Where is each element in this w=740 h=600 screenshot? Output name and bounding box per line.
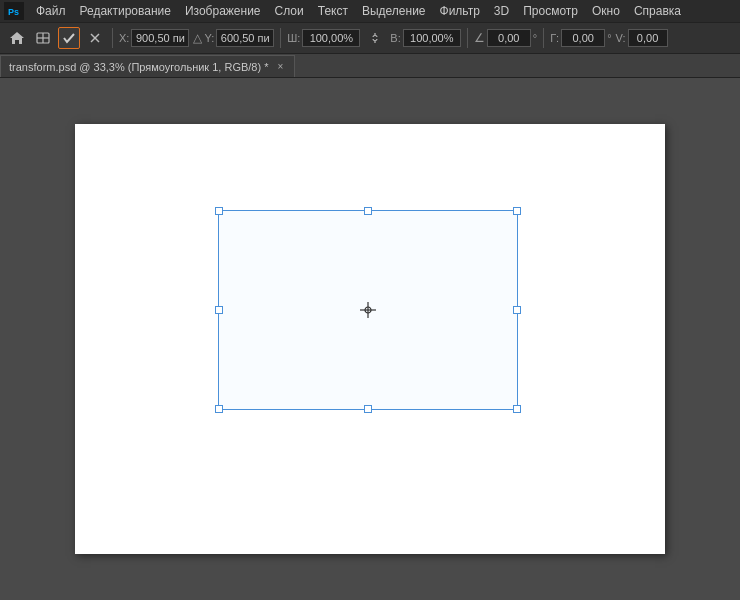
menu-edit[interactable]: Редактирование (74, 2, 177, 20)
svg-text:Ps: Ps (8, 7, 19, 17)
width-input[interactable] (302, 29, 360, 47)
menu-file[interactable]: Файл (30, 2, 72, 20)
h-label: В: (390, 32, 400, 44)
angle-icon: ∠ (474, 31, 485, 45)
transform-box[interactable] (218, 210, 518, 410)
menu-view[interactable]: Просмотр (517, 2, 584, 20)
separator-4 (543, 28, 544, 48)
separator-3 (467, 28, 468, 48)
menu-image[interactable]: Изображение (179, 2, 267, 20)
handle-top-left[interactable] (215, 207, 223, 215)
y-input[interactable] (216, 29, 274, 47)
handle-bottom-right[interactable] (513, 405, 521, 413)
reject-transform-button[interactable] (84, 27, 106, 49)
w-label: Ш: (287, 32, 300, 44)
handle-top-right[interactable] (513, 207, 521, 215)
handle-bottom-left[interactable] (215, 405, 223, 413)
document-canvas (75, 124, 665, 554)
separator-2 (280, 28, 281, 48)
menu-3d[interactable]: 3D (488, 2, 515, 20)
transform-options-icon[interactable] (32, 27, 54, 49)
angle-input[interactable] (487, 29, 531, 47)
height-field-group: В: (390, 29, 460, 47)
hskew-input[interactable] (561, 29, 605, 47)
handle-bottom-middle[interactable] (364, 405, 372, 413)
hskew-label: Г: (550, 32, 559, 44)
menu-layers[interactable]: Слои (269, 2, 310, 20)
tab-title: transform.psd @ 33,3% (Прямоугольник 1, … (9, 61, 268, 73)
menu-text[interactable]: Текст (312, 2, 354, 20)
width-field-group: Ш: (287, 29, 360, 47)
ps-logo: Ps (4, 2, 24, 20)
x-input[interactable] (131, 29, 189, 47)
menu-filter[interactable]: Фильтр (434, 2, 486, 20)
hskew-degree: ° (607, 32, 611, 44)
y-delta-icon: △ (193, 31, 202, 45)
home-icon[interactable] (6, 27, 28, 49)
vskew-field-group: V: (616, 29, 668, 47)
angle-field-group: ∠ ° (474, 29, 537, 47)
vskew-label: V: (616, 32, 626, 44)
link-proportions-icon[interactable] (364, 27, 386, 49)
canvas-area (0, 78, 740, 600)
handle-middle-right[interactable] (513, 306, 521, 314)
tab-close-button[interactable]: × (274, 61, 286, 73)
handle-top-middle[interactable] (364, 207, 372, 215)
menu-help[interactable]: Справка (628, 2, 687, 20)
y-label: Y: (204, 32, 214, 44)
height-input[interactable] (403, 29, 461, 47)
transform-center-crosshair[interactable] (358, 300, 378, 320)
tab-bar: transform.psd @ 33,3% (Прямоугольник 1, … (0, 54, 740, 78)
vskew-input[interactable] (628, 29, 668, 47)
handle-middle-left[interactable] (215, 306, 223, 314)
x-field-group: X: (119, 29, 189, 47)
menu-selection[interactable]: Выделение (356, 2, 432, 20)
confirm-transform-button[interactable] (58, 27, 80, 49)
menu-window[interactable]: Окно (586, 2, 626, 20)
menu-bar: Ps Файл Редактирование Изображение Слои … (0, 0, 740, 22)
toolbar: X: △ Y: Ш: В: ∠ ° Г: ° V (0, 22, 740, 54)
angle-degree: ° (533, 32, 537, 44)
document-tab[interactable]: transform.psd @ 33,3% (Прямоугольник 1, … (0, 55, 295, 77)
x-label: X: (119, 32, 129, 44)
y-field-group: △ Y: (193, 29, 274, 47)
separator-1 (112, 28, 113, 48)
hskew-field-group: Г: ° (550, 29, 611, 47)
